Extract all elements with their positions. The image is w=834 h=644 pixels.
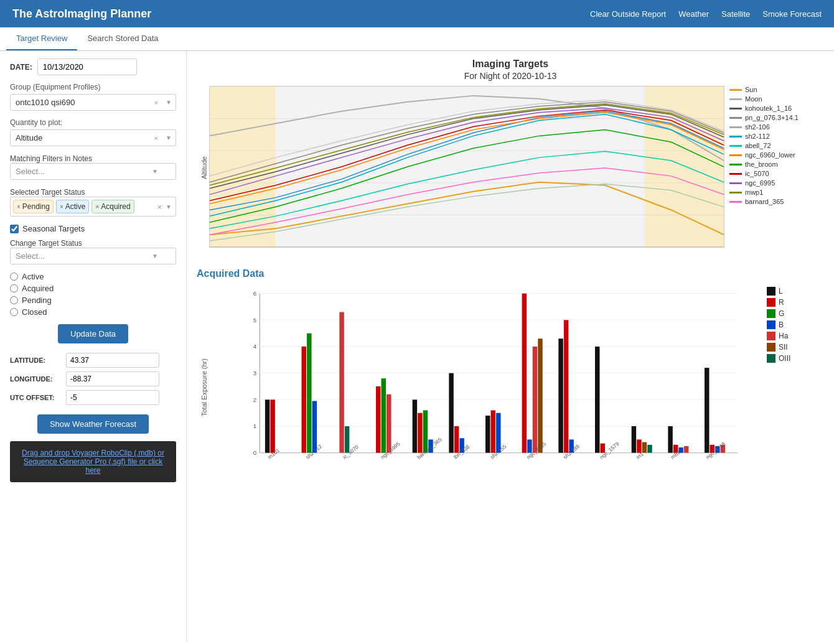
svg-rect-41 [307,334,311,453]
radio-active-label: Active [22,272,44,281]
legend-moon-color [729,98,742,100]
radio-active-input[interactable] [10,273,18,281]
legend-sh2-106-label: sh2-106 [745,123,770,131]
radio-closed-input[interactable] [10,308,18,316]
acquired-data-title: Acquired Data [197,268,824,279]
group-row: Group (Equipment Profiles) ontc1010 qsi6… [10,83,176,111]
legend-kohoutek-label: kohoutek_1_16 [745,105,792,112]
radio-pending-input[interactable] [10,296,18,304]
date-row: DATE: [10,58,176,75]
date-label: DATE: [10,63,32,72]
svg-rect-39 [270,399,274,452]
tag-pending-remove[interactable]: × [17,203,21,210]
filters-select[interactable]: Select... ▼ [10,163,176,180]
svg-rect-70 [647,445,652,453]
svg-rect-47 [387,394,391,453]
legend-abell72-label: abell_72 [745,142,771,149]
app-title: The AstroImaging Planner [12,7,151,21]
bar-chart-container: Total Exposure (hr) 0 1 [197,287,824,488]
bar-legend-SII: SII [767,343,824,352]
change-status-select[interactable]: Select... ▼ [10,248,176,264]
tag-active: × Active [56,200,90,213]
tab-search-stored-data[interactable]: Search Stored Data [77,27,168,50]
main-layout: DATE: Group (Equipment Profiles) ontc101… [0,51,834,642]
bar-legend-R: R [767,298,824,307]
svg-rect-68 [637,439,641,452]
satellite-link[interactable]: Satellite [721,9,750,19]
svg-rect-48 [413,399,417,452]
filters-arrow-icon: ▼ [152,168,158,175]
svg-rect-38 [265,399,269,452]
legend-pn_g-color [729,117,742,119]
bar-legend-OIII-label: OIII [779,354,790,363]
legend-ic5070: ic_5070 [729,170,824,177]
legend-barnard365-color [729,201,742,203]
bar-legend-OIII: OIII [767,354,824,363]
latitude-input[interactable] [66,353,159,368]
radio-closed: Closed [10,307,176,317]
main-content: Imaging Targets For Night of 2020-10-13 … [187,51,834,642]
legend-abell72-color [729,145,742,147]
svg-text:3: 3 [253,370,256,376]
svg-rect-62 [558,338,563,452]
seasonal-checkbox[interactable] [10,225,19,233]
tab-target-review[interactable]: Target Review [6,27,77,50]
update-data-button[interactable]: Update Data [58,324,128,343]
tag-active-remove[interactable]: × [60,203,63,210]
legend-abell72: abell_72 [729,142,824,149]
drag-drop-click-link[interactable]: click here [85,457,162,475]
change-status-row: Change Target Status Select... ▼ [10,238,176,264]
bar-chart-area: 0 1 2 3 4 5 6 [209,287,762,488]
utc-input[interactable] [66,390,159,405]
svg-rect-1 [276,86,645,247]
radio-pending: Pending [10,296,176,305]
svg-rect-46 [382,378,386,452]
quantity-select[interactable]: Altitude × ▼ [10,129,176,146]
sidebar: DATE: Group (Equipment Profiles) ontc101… [0,51,187,642]
bar-legend-Ha-label: Ha [779,332,788,340]
latitude-label: LATITUDE: [10,351,66,370]
svg-text:ic_5070: ic_5070 [342,444,360,460]
svg-rect-61 [538,338,542,452]
status-tags[interactable]: × Pending × Active × Acquired × ▼ [10,197,176,217]
legend-pn_g-label: pn_g_076.3+14.1 [745,114,799,121]
bar-legend-L: L [767,287,824,296]
group-value: ontc1010 qsi690 [16,98,75,107]
legend-thebroom: the_broom [729,161,824,168]
svg-rect-65 [595,347,599,453]
longitude-label: LONGITUDE: [10,370,66,388]
status-clear-btn[interactable]: × [157,202,162,212]
quantity-value: Altitude [16,133,42,142]
longitude-input[interactable] [66,371,159,386]
filters-placeholder: Select... [16,167,45,176]
smoke-forecast-link[interactable]: Smoke Forecast [762,9,822,19]
seasonal-label: Seasonal Targets [22,224,85,233]
legend-sh2106-color [729,126,742,128]
longitude-row: LONGITUDE: [10,370,176,388]
legend-ngc6960-color [729,154,742,156]
svg-text:1: 1 [253,422,256,429]
bar-chart-svg: 0 1 2 3 4 5 6 [209,287,762,486]
date-input[interactable] [37,58,137,75]
legend-ngc6995: ngc_6995 [729,179,824,187]
latitude-row: LATITUDE: [10,351,176,370]
legend-sun-color [729,89,742,91]
group-select[interactable]: ontc1010 qsi690 × ▼ [10,94,176,111]
group-clear-btn[interactable]: × [154,99,158,106]
drag-drop-area[interactable]: Drag and drop Voyager RoboClip (.mdb) or… [10,441,176,482]
tabs-bar: Target Review Search Stored Data [0,27,834,51]
svg-rect-49 [418,413,422,453]
altitude-y-label: Altitude [197,86,209,250]
tag-acquired-remove[interactable]: × [95,203,99,210]
radio-active: Active [10,272,176,281]
status-arrow-icon: ▼ [166,203,172,210]
legend-ic5070-color [729,173,742,175]
radio-acquired-input[interactable] [10,284,18,292]
header-nav: Clear Outside Report Weather Satellite S… [590,9,822,19]
clear-outside-link[interactable]: Clear Outside Report [590,9,666,19]
svg-text:2: 2 [253,396,256,403]
weather-link[interactable]: Weather [678,9,709,19]
quantity-clear-btn[interactable]: × [154,134,158,142]
utc-row: UTC OFFSET: [10,388,176,407]
show-weather-button[interactable]: Show Weather Forecast [37,414,149,434]
